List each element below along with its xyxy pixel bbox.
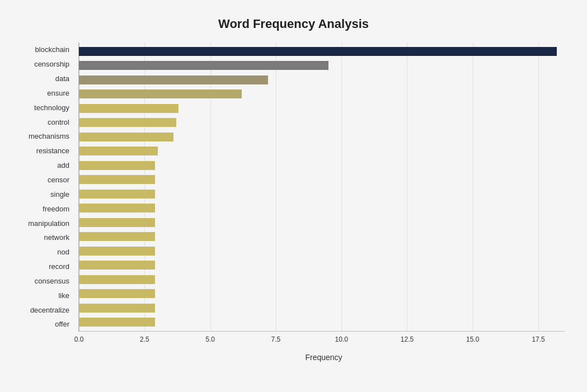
bar-row (79, 287, 565, 301)
bar (79, 232, 155, 241)
bar-row (79, 258, 565, 273)
y-label: like (58, 288, 74, 303)
bar (79, 175, 155, 184)
bar-row (79, 87, 565, 102)
y-label: data (55, 72, 74, 86)
bar-row (79, 215, 565, 230)
bar-row (79, 244, 565, 258)
bar-row (79, 73, 565, 87)
y-label: consensus (35, 274, 74, 289)
bar-row (79, 44, 565, 59)
bar (79, 261, 155, 270)
x-tick-label: 5.0 (205, 336, 215, 343)
bar (79, 275, 155, 284)
bar-row (79, 116, 565, 130)
bar-row (79, 101, 565, 116)
bar (79, 247, 155, 256)
bar-row (79, 144, 565, 159)
y-label: decentralize (30, 303, 74, 317)
y-label: technology (34, 100, 74, 115)
y-label: control (48, 115, 74, 129)
bar-row (79, 187, 565, 201)
bar (79, 289, 155, 298)
bar (79, 304, 155, 313)
bar-row (79, 59, 565, 73)
bar (79, 75, 268, 84)
plot-area: 0.02.55.07.510.012.515.017.5 (78, 42, 565, 332)
bar-row (79, 272, 565, 287)
x-tick-label: 2.5 (140, 336, 149, 343)
bar-row (79, 315, 565, 330)
y-label: single (50, 187, 74, 201)
bar (79, 147, 158, 155)
bar (79, 133, 173, 141)
bar-row (79, 201, 565, 216)
chart-title: Word Frequency Analysis (22, 17, 565, 31)
bar-row (79, 130, 565, 144)
x-tick-label: 10.0 (335, 336, 348, 343)
x-tick-label: 12.5 (401, 336, 414, 343)
y-label: record (49, 259, 74, 274)
x-tick-label: 7.5 (271, 336, 281, 343)
y-axis-labels: blockchaincensorshipdataensuretechnology… (22, 42, 78, 332)
x-tick-label: 0.0 (74, 336, 84, 343)
bar (79, 218, 155, 227)
y-label: offer (55, 317, 74, 332)
x-tick-label: 15.0 (466, 336, 479, 343)
bar (79, 318, 155, 327)
y-label: add (57, 158, 74, 173)
y-label: nod (57, 245, 74, 259)
chart-container: Word Frequency Analysis blockchaincensor… (6, 6, 581, 392)
bar (79, 104, 179, 113)
x-tick-label: 17.5 (532, 336, 544, 343)
y-label: censor (48, 173, 74, 187)
bar (79, 118, 176, 127)
y-label: resistance (36, 144, 74, 158)
y-label: ensure (47, 86, 74, 101)
bar-row (79, 301, 565, 315)
bar (79, 89, 242, 98)
bar (79, 47, 557, 56)
y-label: network (44, 230, 74, 245)
bar (79, 161, 155, 170)
bar-row (79, 158, 565, 173)
y-label: freedom (43, 201, 74, 216)
bar-row (79, 230, 565, 244)
y-label: blockchain (35, 42, 74, 57)
bar-row (79, 173, 565, 187)
y-label: censorship (34, 57, 74, 72)
y-label: manipulation (28, 216, 74, 230)
bar (79, 61, 328, 70)
bar (79, 204, 155, 212)
bar (79, 190, 155, 199)
y-label: mechanisms (29, 129, 74, 144)
